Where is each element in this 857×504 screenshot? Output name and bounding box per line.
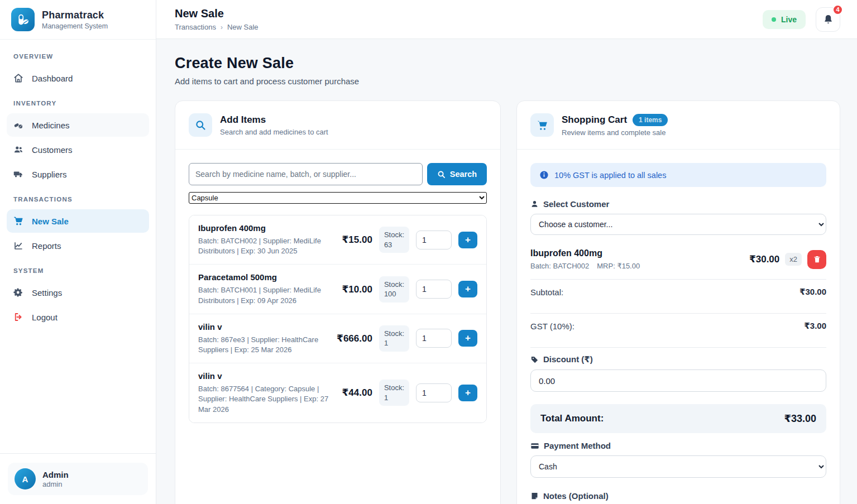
gst-notice: 10% GST is applied to all sales [530,163,826,187]
quantity-input[interactable] [416,383,452,402]
truck-icon [13,169,23,179]
add-to-cart-button[interactable]: + [458,232,477,248]
category-select[interactable]: Capsule [189,192,487,204]
cart-item-mrp: MRP: ₹15.00 [597,262,640,270]
live-status-badge: Live [763,10,806,29]
add-to-cart-button[interactable]: + [458,330,477,347]
medicine-price: ₹15.00 [336,234,372,246]
medicine-list: Ibuprofen 400mg Batch: BATCH002 | Suppli… [189,215,487,423]
tag-icon [530,356,539,364]
home-icon [13,73,23,83]
add-items-title: Add Items [220,114,328,126]
sidebar-item-reports[interactable]: Reports [7,234,149,257]
sidebar-item-medicines[interactable]: Medicines [7,113,149,137]
stock-value: 1 [384,339,388,347]
sidebar-item-customers[interactable]: Customers [7,138,149,161]
quantity-input[interactable] [416,280,452,299]
sidebar-item-new-sale[interactable]: New Sale [7,209,149,233]
user-role: admin [42,480,69,488]
cart-subtitle: Review items and complete sale [562,128,668,137]
cart-item-qty-badge: x2 [785,253,802,266]
sidebar-user-section: A Admin admin [0,453,156,504]
main-area: New Sale Transactions › New Sale Live 4 … [156,0,857,504]
user-card[interactable]: A Admin admin [8,463,148,495]
search-tile [189,113,212,137]
cart-items-badge: 1 items [633,114,668,126]
sidebar-item-label: Dashboard [32,74,73,83]
notification-count-badge: 4 [832,4,843,15]
credit-card-icon [530,441,539,450]
chart-icon [13,241,23,251]
medicine-name: Paracetamol 500mg [198,272,329,282]
total-amount-row: Total Amount: ₹33.00 [530,404,826,433]
shopping-cart-card: Shopping Cart 1 items Review items and c… [516,100,840,504]
trash-icon [813,255,821,263]
stock-value: 100 [384,290,396,298]
pills-logo-icon [16,12,30,27]
sidebar-item-suppliers[interactable]: Suppliers [7,162,149,186]
stock-chip: Stock: 1 [379,325,409,352]
stock-value: 63 [384,241,392,249]
topbar: New Sale Transactions › New Sale Live 4 [156,0,857,39]
customer-select[interactable]: Choose a customer... [530,214,826,235]
medicine-price: ₹44.00 [336,387,372,399]
cart-tile [530,113,554,137]
medicine-row: Ibuprofen 400mg Batch: BATCH002 | Suppli… [189,215,486,264]
sidebar-item-label: Customers [32,145,73,155]
chevron-right-icon: › [221,23,223,31]
quantity-input[interactable] [416,231,452,249]
stock-chip: Stock: 63 [379,227,409,253]
sidebar-item-label: New Sale [32,217,69,226]
cart-title: Shopping Cart [562,114,627,126]
info-icon [539,170,549,180]
page-content: Create New Sale Add items to cart and pr… [156,39,857,504]
nav-section-overview: OVERVIEW [0,44,156,65]
app-logo [11,8,35,31]
breadcrumb-current: New Sale [227,23,258,31]
stock-chip: Stock: 1 [379,380,409,406]
stock-chip: Stock: 100 [379,276,409,303]
search-icon [195,119,206,131]
sidebar-item-settings[interactable]: Settings [7,281,149,304]
sidebar-item-logout[interactable]: Logout [7,305,149,329]
notes-label: Notes (Optional) [530,491,826,501]
payment-method-label: Payment Method [530,441,826,450]
remove-item-button[interactable] [807,250,826,269]
medicine-price: ₹10.00 [336,284,372,295]
notifications-button[interactable]: 4 [816,7,840,32]
cart-icon [537,119,548,131]
nav-section-system: SYSTEM [0,258,156,280]
sidebar-item-label: Suppliers [32,170,67,179]
app-subtitle: Management System [42,22,108,30]
gear-icon [13,287,23,297]
sidebar-item-label: Medicines [32,121,70,130]
users-icon [13,145,23,155]
topbar-title: New Sale [175,7,258,20]
add-items-card: Add Items Search and add medicines to ca… [175,100,501,504]
subtotal-value: ₹30.00 [799,287,826,297]
medicine-search-input[interactable] [189,163,423,185]
logout-icon [13,312,23,322]
medicine-row: vilin v Batch: 8677564 | Category: Capsu… [189,363,486,423]
sidebar-item-dashboard[interactable]: Dashboard [7,66,149,90]
page-subtitle: Add items to cart and process customer p… [175,76,840,86]
pills-icon [13,120,23,130]
payment-method-select[interactable]: Cash [530,455,826,478]
search-icon [437,170,446,179]
add-to-cart-button[interactable]: + [458,385,477,401]
quantity-input[interactable] [416,329,452,348]
medicine-meta: Batch: BATCH001 | Supplier: MediLife Dis… [198,285,329,305]
medicine-name: vilin v [198,371,329,381]
medicine-row: Paracetamol 500mg Batch: BATCH001 | Supp… [189,264,486,313]
gst-label: GST (10%): [530,321,574,331]
user-name: Admin [42,470,69,479]
avatar: A [15,468,36,489]
brand: Pharmatrack Management System [0,0,156,40]
breadcrumb-parent[interactable]: Transactions [175,23,216,31]
breadcrumb: Transactions › New Sale [175,23,258,31]
add-to-cart-button[interactable]: + [458,281,477,297]
search-button[interactable]: Search [427,163,487,185]
discount-input[interactable] [530,369,826,392]
cart-item-batch: Batch: BATCH002 [530,262,589,270]
live-label: Live [781,15,797,24]
